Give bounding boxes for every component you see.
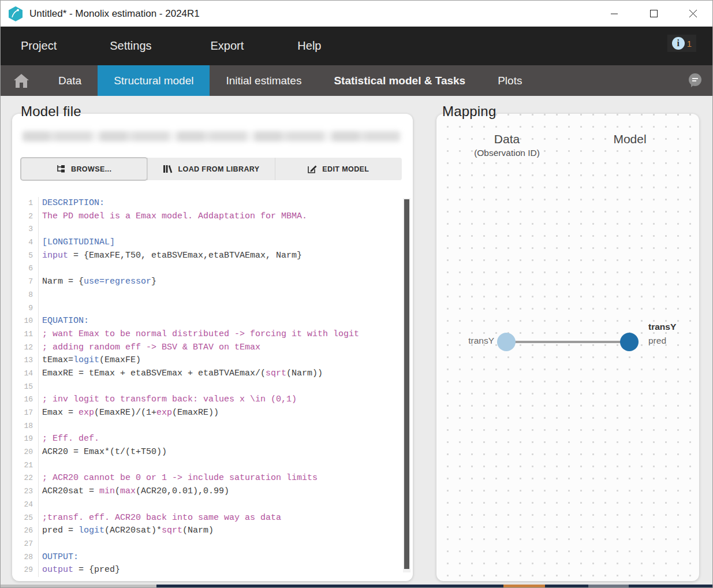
code-line: 2The PD model is a Emax model. Addaptati… xyxy=(18,210,410,224)
code-line: 28OUTPUT: xyxy=(18,551,410,564)
code-line: 27 xyxy=(18,538,410,551)
notification-count: 1 xyxy=(687,39,692,49)
menu-item-project[interactable]: Project xyxy=(21,35,57,57)
code-line: 13tEmax=logit(EmaxFE) xyxy=(18,354,410,367)
code-line: 14EmaxRE = tEmax + etaBSVEmax + etaBTVAE… xyxy=(18,367,410,381)
tab-statistical-model-tasks[interactable]: Statistical model & Tasks xyxy=(318,65,481,96)
mapping-column-data-subtitle: (Observation ID) xyxy=(474,148,540,158)
code-line: 25;transf. eff. ACR20 back into same way… xyxy=(18,512,410,525)
model-file-panel: BROWSE... LOAD FROM LIBRARY EDIT MODEL 1… xyxy=(12,114,413,581)
edit-pencil-icon xyxy=(308,165,317,173)
monolix-app-icon xyxy=(8,6,23,22)
code-editor[interactable]: 1DESCRIPTION:2The PD model is a Emax mod… xyxy=(18,197,410,577)
code-line: 6 xyxy=(18,262,410,276)
menu-item-help[interactable]: Help xyxy=(297,35,321,57)
taskbar-segment xyxy=(156,585,503,587)
code-line: 4[LONGITUDINAL] xyxy=(18,236,410,250)
menu-item-settings[interactable]: Settings xyxy=(110,35,151,57)
browse-tree-icon xyxy=(57,165,66,173)
code-line: 22; ACR20 cannot be 0 or 1 -> include sa… xyxy=(18,472,410,485)
mapping-column-model: Model xyxy=(613,132,646,146)
close-button[interactable] xyxy=(673,1,712,27)
comments-button[interactable] xyxy=(687,72,703,91)
code-line: 7Narm = {use=regressor} xyxy=(18,276,410,289)
tab-structural-model[interactable]: Structural model xyxy=(98,65,210,96)
code-line: 29output = {pred} xyxy=(18,564,410,577)
taskbar-segment xyxy=(545,585,588,587)
tab-plots[interactable]: Plots xyxy=(481,65,538,96)
notification-badge[interactable]: i 1 xyxy=(667,35,696,52)
code-line: 1DESCRIPTION: xyxy=(18,197,410,210)
info-icon: i xyxy=(672,37,685,50)
mapping-model-node[interactable] xyxy=(620,333,639,351)
code-lines: 1DESCRIPTION:2The PD model is a Emax mod… xyxy=(18,197,410,577)
taskbar-segment xyxy=(629,585,712,587)
maximize-icon xyxy=(650,10,658,17)
code-line: 18 xyxy=(18,420,410,433)
tabbar: Data Structural model Initial estimates … xyxy=(1,65,712,96)
code-line: 24 xyxy=(18,498,410,512)
mapping-column-data: Data xyxy=(494,132,520,146)
main-content: Model file Mapping BROWSE... xyxy=(1,96,712,586)
code-line: 5input = {EmaxFE,T50, etaBSVEmax,etaBTVA… xyxy=(18,250,410,263)
code-line: 8 xyxy=(18,289,410,302)
mapping-data-node[interactable] xyxy=(497,333,516,351)
window-title: Untitled* - Monolix estimation - 2024R1 xyxy=(29,8,200,20)
load-from-library-button[interactable]: LOAD FROM LIBRARY xyxy=(147,158,274,180)
code-line: 16; inv logit to transform back: values … xyxy=(18,393,410,407)
edit-model-button-label: EDIT MODEL xyxy=(322,165,369,173)
taskbar-segment xyxy=(588,585,629,587)
code-line: 21 xyxy=(18,459,410,472)
library-books-icon xyxy=(163,165,173,173)
taskbar-strip xyxy=(1,585,712,587)
editor-scrollbar-thumb[interactable] xyxy=(404,199,409,569)
maximize-button[interactable] xyxy=(634,1,673,27)
browse-button-label: BROWSE... xyxy=(71,165,111,173)
code-line: 3 xyxy=(18,223,410,236)
close-icon xyxy=(689,10,697,17)
mapping-connector-line xyxy=(506,341,629,343)
tab-initial-estimates[interactable]: Initial estimates xyxy=(210,65,318,96)
code-line: 19; Eff. def. xyxy=(18,433,410,446)
code-line: 11; want Emax to be normal distributed -… xyxy=(18,328,410,341)
tab-data[interactable]: Data xyxy=(42,65,98,96)
code-line: 15 xyxy=(18,381,410,394)
mapping-panel: Data (Observation ID) Model transY trans… xyxy=(436,114,699,581)
menubar: Project Settings Export Help i 1 xyxy=(1,27,712,65)
code-line: 10EQUATION: xyxy=(18,315,410,328)
browse-button[interactable]: BROWSE... xyxy=(21,158,147,180)
code-line: 9 xyxy=(18,302,410,315)
editor-scrollbar-track[interactable] xyxy=(403,198,410,572)
taskbar-segment xyxy=(503,585,546,587)
home-icon xyxy=(14,74,29,88)
model-file-toolbar: BROWSE... LOAD FROM LIBRARY EDIT MODEL xyxy=(21,158,402,180)
load-from-library-button-label: LOAD FROM LIBRARY xyxy=(178,165,259,173)
mapping-heading: Mapping xyxy=(442,103,496,120)
mapping-model-label: transY xyxy=(648,322,676,332)
code-line: 17Emax = exp(EmaxRE)/(1+exp(EmaxRE)) xyxy=(18,407,410,420)
comment-bubble-icon xyxy=(687,72,703,88)
window-titlebar: Untitled* - Monolix estimation - 2024R1 xyxy=(1,1,712,27)
home-tab[interactable] xyxy=(1,65,42,96)
mapping-data-label: transY xyxy=(462,336,494,346)
code-line: 23ACR20sat = min(max(ACR20,0.01),0.99) xyxy=(18,485,410,498)
code-line: 20ACR20 = Emax*(t/(t+T50)) xyxy=(18,446,410,459)
model-file-path xyxy=(23,131,400,142)
minimize-icon xyxy=(611,10,618,17)
mapping-model-output-label: pred xyxy=(648,336,666,346)
menu-item-export[interactable]: Export xyxy=(211,35,244,57)
model-file-heading: Model file xyxy=(21,103,81,120)
taskbar-segment xyxy=(1,585,156,587)
minimize-button[interactable] xyxy=(595,1,634,27)
code-line: 12; adding random eff -> BSV & BTAV on t… xyxy=(18,341,410,355)
edit-model-button[interactable]: EDIT MODEL xyxy=(275,158,402,180)
code-line: 26pred = logit(ACR20sat)*sqrt(Narm) xyxy=(18,524,410,538)
